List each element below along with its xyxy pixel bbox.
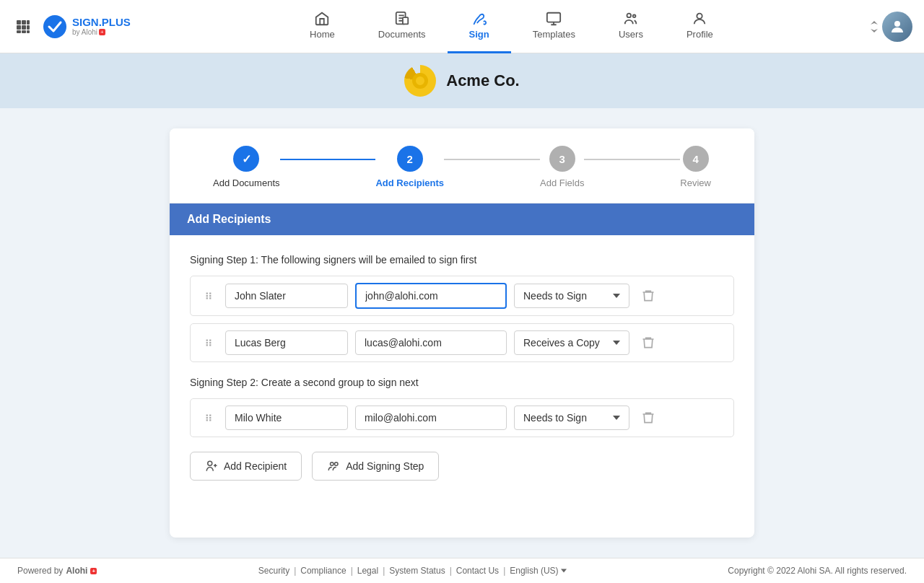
svg-rect-1 [22,20,26,25]
svg-point-19 [335,463,339,466]
footer-link-contact[interactable]: Contact Us [456,566,499,576]
top-nav: SIGN.PLUS by Alohi + Home Documents Sign… [0,0,924,53]
svg-rect-3 [17,25,21,30]
step-add-recipients: 2 Add Recipients [375,146,444,188]
logo[interactable]: SIGN.PLUS by Alohi + [42,14,131,40]
main-content: ✓ Add Documents 2 Add Recipients 3 Add F… [0,108,924,558]
recipient-3-name[interactable] [225,406,348,430]
footer-powered-by: Powered by Alohi + [17,566,97,576]
delete-recipient-2[interactable] [637,333,660,353]
svg-rect-12 [547,13,560,22]
svg-rect-4 [22,25,26,30]
grid-menu-icon[interactable] [12,15,35,38]
svg-rect-11 [403,17,408,24]
svg-rect-2 [27,20,30,25]
action-buttons: Add Recipient Add Signing Step [190,452,734,481]
recipient-2-role-dropdown[interactable]: Receives a Copy [514,330,629,355]
nav-item-home[interactable]: Home [288,0,357,53]
recipient-3-email[interactable] [355,406,507,430]
step-add-documents: ✓ Add Documents [213,146,280,188]
nav-item-profile[interactable]: Profile [665,0,735,53]
add-signing-step-button[interactable]: Add Signing Step [312,452,439,481]
footer: Powered by Alohi + Security | Compliance… [0,558,924,583]
recipient-2-email[interactable] [355,330,507,355]
footer-link-security[interactable]: Security [258,566,289,576]
svg-point-9 [43,15,66,38]
svg-rect-0 [17,20,21,25]
step-add-fields: 3 Add Fields [540,146,584,188]
drag-handle-2[interactable] [199,335,218,351]
svg-rect-7 [22,30,26,33]
avatar[interactable] [882,12,912,42]
svg-rect-6 [17,30,21,33]
recipient-2-name[interactable] [225,330,348,355]
svg-point-14 [633,15,636,18]
recipient-3-role-dropdown[interactable]: Needs to Sign [514,406,629,430]
stepper: ✓ Add Documents 2 Add Recipients 3 Add F… [170,128,754,203]
recipient-1-role-dropdown[interactable]: Needs to Sign [514,284,629,308]
nav-item-templates[interactable]: Templates [511,0,597,53]
delete-recipient-1[interactable] [637,286,660,306]
drag-handle-3[interactable] [199,410,218,426]
svg-point-15 [697,14,702,19]
nav-item-documents[interactable]: Documents [357,0,448,53]
svg-point-17 [208,461,212,465]
svg-rect-5 [27,25,30,30]
signing-step-2-label: Signing Step 2: Create a second group to… [190,377,734,388]
svg-point-13 [627,14,631,18]
recipient-row-1: Needs to Sign [190,276,734,316]
nav-item-sign[interactable]: Sign [448,0,511,53]
svg-point-18 [331,463,334,466]
company-name: Acme Co. [446,71,519,90]
drag-handle-1[interactable] [199,288,218,304]
recipient-1-email[interactable] [355,283,507,309]
recipient-row-3: Needs to Sign [190,398,734,437]
footer-links: Security | Compliance | Legal | System S… [258,566,567,576]
svg-point-16 [894,21,900,27]
nav-item-users[interactable]: Users [597,0,665,53]
recipient-1-name[interactable] [225,284,348,308]
footer-link-legal[interactable]: Legal [357,566,378,576]
signing-step-1-label: Signing Step 1: The following signers wi… [190,254,734,266]
footer-copyright: Copyright © 2022 Alohi SA. All rights re… [728,566,907,576]
footer-link-language[interactable]: English (US) [510,566,566,576]
recipients-body: Signing Step 1: The following signers wi… [170,235,754,499]
delete-recipient-3[interactable] [637,408,660,428]
footer-link-compliance[interactable]: Compliance [300,566,346,576]
company-logo [404,65,436,97]
step-review: 4 Review [680,146,711,188]
svg-rect-8 [27,30,30,33]
section-header: Add Recipients [170,203,754,235]
add-recipient-button[interactable]: Add Recipient [190,452,302,481]
recipient-row-2: Receives a Copy [190,323,734,362]
content-card: ✓ Add Documents 2 Add Recipients 3 Add F… [170,128,754,538]
company-banner: Acme Co. [0,53,924,108]
footer-link-system-status[interactable]: System Status [389,566,445,576]
